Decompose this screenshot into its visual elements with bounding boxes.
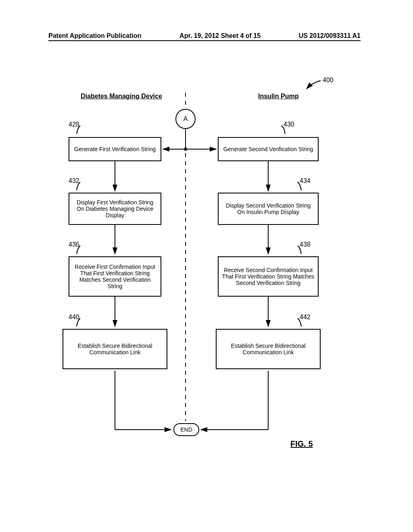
box-436: Receive First Confirmation Input That Fi…	[69, 256, 161, 297]
box-440: Establish Secure Bidirectional Communica…	[63, 329, 167, 369]
label-430: 430	[284, 121, 294, 128]
header-left: Patent Application Publication	[48, 32, 142, 39]
header-center: Apr. 19, 2012 Sheet 4 of 15	[179, 32, 261, 39]
label-440: 440	[69, 314, 79, 321]
connector-a: A	[175, 109, 196, 129]
box-432: Display First Verification String On Dia…	[69, 193, 161, 225]
box-442: Establish Secure Bidirectional Communica…	[216, 329, 321, 369]
box-434: Display Second Verification String On In…	[218, 193, 319, 225]
label-432: 432	[69, 177, 79, 185]
box-438: Receive Second Confirmation Input That F…	[218, 256, 319, 297]
title-diabetes-device: Diabetes Managing Device	[81, 93, 162, 100]
flowchart-diagram: 400 Diabetes Managing Device Insulin Pum…	[0, 73, 413, 484]
reference-400: 400	[323, 77, 334, 84]
label-428: 428	[69, 121, 79, 128]
label-442: 442	[300, 314, 311, 321]
header-divider	[48, 40, 361, 41]
end-terminator: END	[173, 423, 199, 436]
label-436: 436	[69, 241, 79, 248]
figure-label: FIG. 5	[290, 439, 313, 449]
diagram-lines	[0, 73, 413, 484]
box-430: Generate Second Verification String	[218, 137, 319, 161]
title-insulin-pump: Insulin Pump	[258, 93, 298, 100]
label-438: 438	[300, 241, 311, 248]
label-434: 434	[300, 177, 311, 185]
header-right: US 2012/0093311 A1	[299, 32, 361, 39]
box-428: Generate First Verification String	[69, 137, 161, 161]
svg-point-5	[184, 148, 187, 151]
